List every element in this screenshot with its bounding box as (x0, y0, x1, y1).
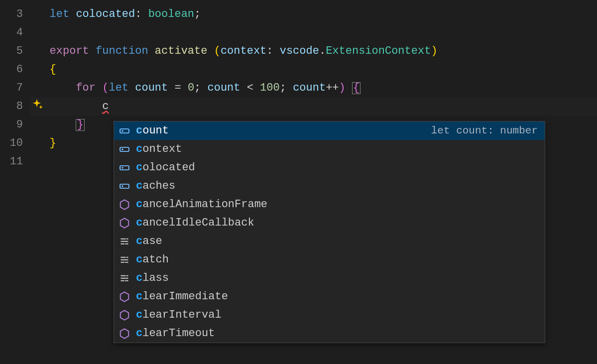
svg-rect-18 (121, 275, 126, 276)
variable-icon (118, 180, 131, 193)
svg-rect-15 (121, 261, 125, 262)
svg-rect-2 (120, 147, 129, 151)
intellisense-item-label: context (136, 143, 541, 155)
code-line[interactable] (30, 23, 597, 42)
line-number: 7 (0, 79, 23, 97)
method-icon (118, 327, 131, 340)
code-line[interactable]: { (30, 60, 597, 79)
method-icon (118, 217, 131, 230)
line-number: 4 (0, 23, 23, 42)
intellisense-item-label: count (136, 124, 431, 137)
intellisense-item-label: clearTimeout (136, 327, 541, 340)
intellisense-item-label: caches (136, 180, 541, 192)
intellisense-item[interactable]: class (114, 269, 545, 287)
svg-rect-16 (126, 256, 128, 257)
svg-point-3 (121, 148, 123, 150)
intellisense-item-detail: let count: number (431, 125, 541, 136)
svg-rect-0 (120, 128, 129, 132)
intellisense-item-label: class (136, 272, 541, 284)
intellisense-item[interactable]: clearImmediate (114, 287, 545, 306)
method-icon (118, 198, 131, 211)
svg-rect-6 (120, 184, 129, 188)
svg-rect-13 (121, 256, 126, 257)
intellisense-item[interactable]: clearTimeout (114, 324, 545, 343)
line-number-gutter: 3 4 5 6 7 8 9 10 11 (0, 5, 30, 171)
svg-rect-14 (121, 259, 128, 260)
intellisense-item-label: case (136, 235, 541, 247)
line-number: 8 (0, 97, 23, 116)
svg-rect-9 (121, 241, 128, 242)
svg-rect-12 (125, 243, 128, 244)
keyword-icon (118, 272, 131, 285)
intellisense-item[interactable]: colocated (114, 158, 545, 177)
intellisense-item[interactable]: cancelIdleCallback (114, 214, 545, 232)
code-line[interactable]: for (let count = 0; count < 100; count++… (30, 79, 597, 97)
intellisense-item[interactable]: countlet count: number (114, 121, 545, 140)
variable-icon (118, 143, 131, 156)
svg-point-1 (121, 130, 123, 132)
variable-icon (118, 161, 131, 174)
intellisense-item[interactable]: caches (114, 177, 545, 195)
svg-rect-17 (125, 261, 128, 262)
matching-bracket: { (352, 82, 360, 94)
keyword-icon (118, 253, 131, 266)
svg-rect-22 (125, 280, 128, 281)
intellisense-item[interactable]: case (114, 232, 545, 250)
line-number: 5 (0, 42, 23, 60)
intellisense-popup[interactable]: countlet count: numbercontextcolocatedca… (114, 121, 545, 343)
intellisense-item-label: catch (136, 253, 541, 266)
keyword-icon (118, 235, 131, 248)
variable-icon (118, 124, 131, 137)
sparkle-icon[interactable] (32, 98, 44, 110)
svg-rect-10 (121, 243, 125, 244)
svg-point-7 (121, 185, 123, 187)
svg-rect-8 (121, 238, 126, 239)
svg-rect-20 (121, 280, 125, 281)
line-number: 11 (0, 152, 23, 171)
error-squiggle: c (102, 100, 109, 113)
method-icon (118, 290, 131, 303)
svg-rect-19 (121, 277, 128, 278)
svg-rect-11 (126, 238, 128, 239)
intellisense-item-label: clearInterval (136, 309, 541, 321)
line-number: 10 (0, 134, 23, 152)
intellisense-item[interactable]: catch (114, 250, 545, 269)
intellisense-item-label: clearImmediate (136, 290, 541, 303)
svg-point-5 (121, 167, 123, 169)
svg-rect-4 (120, 165, 129, 169)
line-number: 9 (0, 116, 23, 134)
code-line-current[interactable]: c (30, 97, 597, 116)
code-line[interactable]: export function activate (context: vscod… (30, 42, 597, 60)
intellisense-item-label: cancelIdleCallback (136, 217, 541, 229)
intellisense-item[interactable]: cancelAnimationFrame (114, 195, 545, 214)
code-line[interactable]: let colocated: boolean; (30, 5, 597, 23)
intellisense-item[interactable]: clearInterval (114, 306, 545, 324)
intellisense-item-label: colocated (136, 161, 541, 174)
method-icon (118, 309, 131, 322)
svg-rect-21 (126, 275, 128, 276)
line-number: 6 (0, 60, 23, 79)
line-number: 3 (0, 5, 23, 23)
intellisense-item-label: cancelAnimationFrame (136, 198, 541, 211)
matching-bracket: } (76, 119, 84, 131)
intellisense-item[interactable]: context (114, 140, 545, 158)
